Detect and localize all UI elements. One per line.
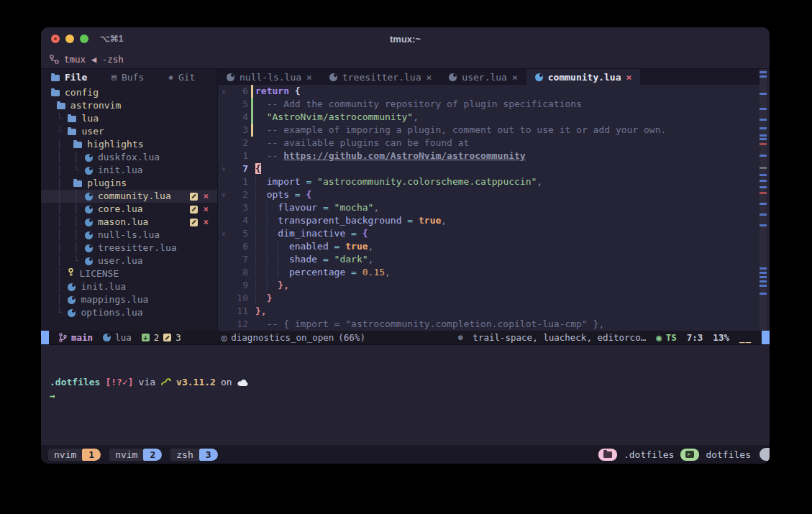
buffer-tab-label: treesitter.lua: [342, 72, 421, 83]
tree-guide: │: [51, 267, 68, 280]
code-area[interactable]: ∨6return {5 -- Add the community reposit…: [218, 85, 759, 331]
tree-guide: └: [51, 112, 68, 125]
prompt-line: .dotfiles [!?✓] via v3.11.2 on: [50, 375, 770, 389]
fold-marker-icon[interactable]: ∨: [218, 85, 229, 98]
line-number: 2: [229, 137, 248, 150]
tree-item-options.lua[interactable]: └ options.lua: [41, 306, 217, 319]
shell-prompt-arrow[interactable]: →: [50, 389, 55, 403]
tree-item-duskfox.lua[interactable]: │ │ duskfox.lua: [41, 151, 217, 164]
tree-item-core.lua[interactable]: │ │ core.lua×: [41, 203, 217, 216]
folder-icon: [603, 451, 612, 458]
code-token: [255, 111, 267, 122]
terminal-tab-bar[interactable]: tmux ◀ -zsh: [41, 50, 770, 69]
code-text: "AstroNvim/astrocommunity",: [255, 111, 759, 124]
tmux-session-icon: [50, 55, 59, 64]
code-token: },: [278, 280, 289, 290]
code-token: "mocha": [334, 202, 374, 213]
buffer-tab-user.lua[interactable]: user.lua×: [440, 69, 526, 85]
close-icon[interactable]: ×: [426, 72, 432, 83]
tree-item-community.lua[interactable]: │ │ community.lua×: [41, 190, 217, 203]
close-icon[interactable]: ×: [626, 72, 632, 83]
folder-icon: [73, 180, 82, 187]
git-added-count: 2: [154, 332, 160, 343]
tmux-window-1[interactable]: nvim1: [48, 449, 101, 461]
code-token: {: [306, 189, 311, 200]
shell-pane[interactable]: .dotfiles [!?✓] via v3.11.2 on →: [41, 345, 770, 445]
tree-item-label: config: [65, 86, 99, 99]
code-token: ,: [413, 111, 419, 122]
tmux-session-name: dotfiles: [706, 449, 751, 460]
fold-marker-icon[interactable]: ∨: [218, 188, 229, 201]
buffer-tab-community.lua[interactable]: community.lua×: [526, 69, 641, 85]
gitsign-bar: [251, 111, 253, 124]
tree-item-label: user.lua: [98, 254, 143, 267]
lua-file-icon: [85, 167, 93, 175]
scrollbar-mark: [759, 108, 767, 110]
tree-tab-label: File: [65, 71, 87, 84]
diagnostics-label[interactable]: diagnostics_on_open: [231, 332, 334, 343]
tree-item-label: init.lua: [81, 280, 126, 293]
tree-item-plugins[interactable]: │ plugins: [41, 177, 217, 190]
tree-guide: │ │: [51, 151, 85, 164]
code-token: enabled: [289, 241, 329, 252]
tree-item-lua[interactable]: └ lua: [41, 112, 217, 125]
tmux-window-index: 3: [199, 449, 218, 461]
fold-column: [218, 318, 229, 331]
close-icon[interactable]: ×: [306, 72, 312, 83]
code-text: ▏ }: [255, 292, 759, 305]
tmux-window-2[interactable]: nvim2: [109, 449, 162, 461]
scrollbar[interactable]: [759, 69, 767, 331]
tmux-status-bar: nvim1nvim2zsh3 .dotfiles > dotfiles: [41, 445, 770, 464]
folder-pill: [598, 449, 617, 461]
lua-file-icon: [227, 73, 234, 81]
tree-item-LICENSE[interactable]: │ LICENSE: [41, 267, 217, 280]
lua-file-icon: [68, 309, 76, 317]
code-text: ▏ ▏ ▏ enabled = true,: [255, 240, 759, 253]
tree-item-init.lua[interactable]: │ └ init.lua: [41, 164, 217, 177]
tree-item-config[interactable]: config: [41, 86, 217, 99]
lua-file-icon: [68, 296, 76, 304]
code-token: ▏: [255, 176, 267, 187]
buffer-tab-treesitter.lua[interactable]: treesitter.lua×: [321, 69, 440, 85]
close-icon[interactable]: ×: [512, 72, 518, 83]
tree-item-highlights[interactable]: │ highlights: [41, 138, 217, 151]
git-branch-icon: [59, 333, 67, 342]
tree-guide: │: [51, 177, 73, 190]
tree-guide: [51, 99, 57, 112]
buffer-tab-label: user.lua: [462, 72, 507, 83]
tree-item-treesitter.lua[interactable]: │ │ treesitter.lua: [41, 242, 217, 254]
tree-tab-git[interactable]: ◈Git: [168, 71, 195, 84]
tree-item-mason.lua[interactable]: │ │ mason.lua×: [41, 216, 217, 229]
tree-tab-bufs[interactable]: ▤Bufs: [111, 71, 144, 84]
code-line: 8▏ ▏ ▏ percentage = 0.15,: [218, 266, 759, 279]
fold-marker-icon[interactable]: ∨: [218, 227, 229, 240]
tree-item-label: core.lua: [98, 203, 143, 216]
scrollbar-mark: [759, 186, 767, 188]
tree-item-init.lua[interactable]: │ init.lua: [41, 280, 217, 293]
code-token: ▏ ▏ ▏: [255, 254, 289, 265]
code-line: 7▏ ▏ ▏ shade = "dark",: [218, 253, 759, 266]
tree-item-user[interactable]: └ user: [41, 125, 217, 138]
code-token: shade: [289, 254, 317, 265]
git-unstaged-icon: ×: [204, 193, 209, 201]
mode-indicator-block: [41, 331, 49, 345]
tmux-window-3[interactable]: zsh3: [170, 449, 217, 461]
code-text: ▏ ▏ ▏ percentage = 0.15,: [255, 266, 759, 279]
tree-item-user.lua[interactable]: │ └ user.lua: [41, 254, 217, 267]
lsp-clients-label[interactable]: trail-space, luacheck, editorco…: [473, 332, 646, 343]
code-token: 0.15: [362, 267, 385, 277]
tree-item-null-ls.lua[interactable]: │ │ null-ls.lua: [41, 229, 217, 242]
line-number: 4: [229, 214, 248, 227]
code-line: 10▏ }: [218, 292, 759, 305]
fold-marker-icon[interactable]: ∨: [218, 162, 229, 175]
tree-item-mappings.lua[interactable]: │ mappings.lua: [41, 293, 217, 306]
git-branch-name[interactable]: main: [71, 332, 93, 343]
buffer-tab-null-ls.lua[interactable]: null-ls.lua×: [218, 69, 321, 85]
tree-tab-file[interactable]: File: [51, 71, 87, 84]
code-text: ▏ import = "astrocommunity.colorscheme.c…: [255, 175, 759, 188]
tree-item-astronvim[interactable]: astronvim: [41, 99, 217, 112]
git-modified-icon: [190, 193, 198, 201]
scrollbar-mark: [759, 134, 767, 137]
lua-file-icon: [68, 283, 76, 291]
code-token: =: [329, 241, 345, 252]
